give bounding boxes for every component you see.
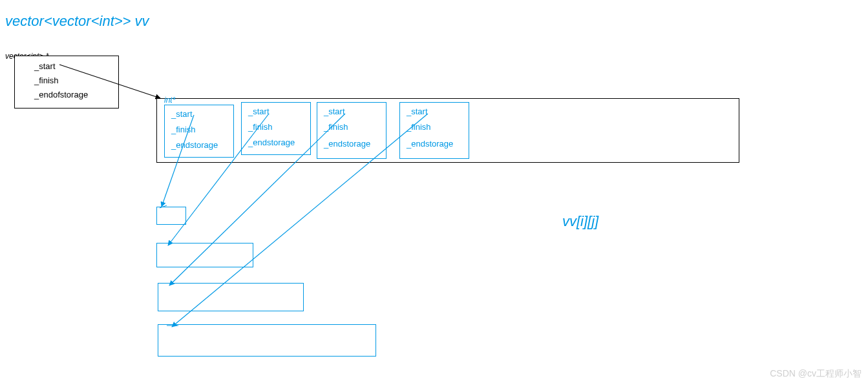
inner-type-label: int* [164,96,175,105]
inner-1-finish: _finish [248,122,273,132]
inner-box-3: _start _finish _endstorage [399,102,469,159]
access-expression: vv[i][j] [562,213,598,230]
data-block-1 [156,243,253,267]
outer-field-start: _start [34,61,56,71]
diagram-title: vector<vector<int>> vv [5,13,149,30]
inner-3-start: _start [407,107,428,116]
inner-box-0: _start _finish _endstorage [164,105,234,158]
inner-0-start: _start [171,109,193,119]
inner-0-finish: _finish [171,125,196,134]
inner-1-start: _start [248,107,270,116]
inner-3-endstorage: _endstorage [407,139,453,149]
inner-box-2: _start _finish _endstorage [317,102,386,159]
data-block-3 [158,324,376,357]
inner-2-endstorage: _endstorage [324,139,370,149]
inner-3-finish: _finish [407,122,431,132]
inner-box-1: _start _finish _endstorage [241,102,311,155]
outer-field-finish: _finish [34,76,59,85]
watermark: CSDN @cv工程师小智 [770,368,862,380]
inner-2-finish: _finish [324,122,348,132]
inner-1-endstorage: _endstorage [248,138,295,147]
arrows-layer [0,0,868,383]
outer-field-endofstorage: _endofstorage [34,90,88,99]
outer-vector-box: _start _finish _endofstorage [14,56,119,109]
data-block-0 [156,207,186,225]
inner-2-start: _start [324,107,345,116]
inner-0-endstorage: _endstorage [171,140,218,150]
data-block-2 [158,283,304,311]
